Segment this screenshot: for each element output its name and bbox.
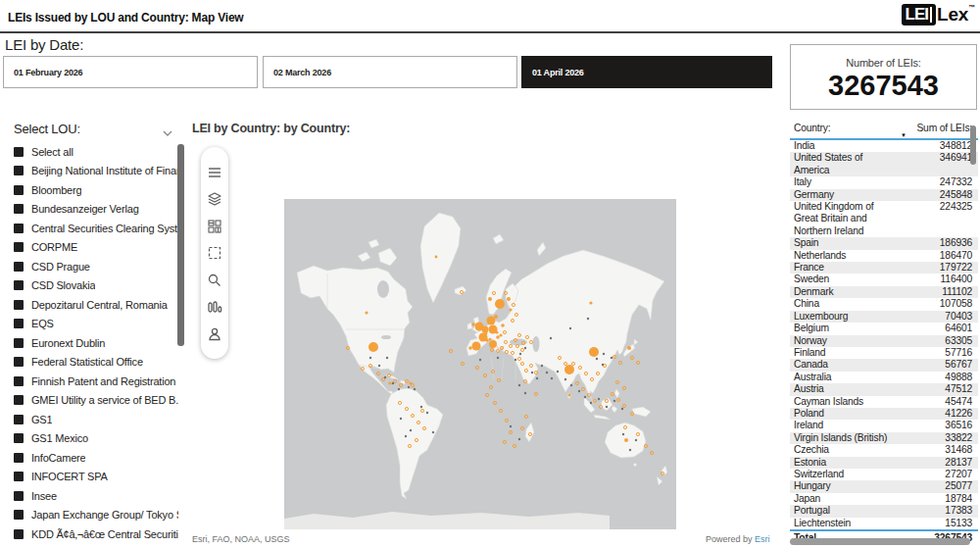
charts-icon[interactable] xyxy=(207,299,222,315)
layers-icon[interactable] xyxy=(207,191,222,207)
world-map[interactable] xyxy=(284,199,676,529)
checkbox-checked-icon[interactable] xyxy=(14,204,24,214)
checkbox-checked-icon[interactable] xyxy=(14,433,24,443)
table-row[interactable]: Netherlands186470 xyxy=(790,250,978,262)
checkbox-checked-icon[interactable] xyxy=(14,166,24,175)
basemap-gallery-icon[interactable] xyxy=(207,219,222,234)
rectangle-select-icon[interactable] xyxy=(207,245,222,261)
lei-bubble[interactable] xyxy=(495,330,498,333)
table-row[interactable]: Switzerland27207 xyxy=(790,469,978,480)
table-row[interactable]: Germany245848 xyxy=(790,189,978,201)
lei-bubble[interactable] xyxy=(365,311,368,314)
checkbox-checked-icon[interactable] xyxy=(14,280,24,290)
lou-item[interactable]: Depozitarul Central, Romania xyxy=(14,295,178,314)
checkbox-checked-icon[interactable] xyxy=(14,510,24,520)
table-row[interactable]: France179722 xyxy=(790,262,978,274)
table-row[interactable]: Virgin Islands (British)33822 xyxy=(790,432,978,444)
lei-bubble[interactable] xyxy=(487,317,496,325)
lou-item[interactable]: KDD Ã¢â‚¬â€œ Central Securities C... xyxy=(14,524,178,543)
table-row[interactable]: Portugal17383 xyxy=(790,505,978,517)
lei-bubble[interactable] xyxy=(627,346,631,350)
date-option[interactable]: 01 February 2026 xyxy=(3,56,258,88)
lou-item[interactable]: Select all xyxy=(14,142,178,161)
table-row[interactable]: Austria47512 xyxy=(790,383,978,395)
lei-bubble[interactable] xyxy=(388,381,391,384)
lou-item[interactable]: Beijing National Institute of Financi... xyxy=(14,162,178,180)
table-row[interactable]: Belgium64601 xyxy=(790,323,978,334)
column-header-country[interactable]: Country: xyxy=(790,123,900,137)
lei-bubble[interactable] xyxy=(489,338,492,341)
lei-bubble[interactable] xyxy=(496,335,500,339)
lei-bubble[interactable] xyxy=(589,301,592,304)
lei-bubble[interactable] xyxy=(499,333,502,336)
checkbox-checked-icon[interactable] xyxy=(14,415,24,424)
checkbox-checked-icon[interactable] xyxy=(14,453,24,463)
lou-item[interactable]: Finnish Patent and Registration Offi... xyxy=(14,372,178,390)
lou-item[interactable]: CSD Slovakia xyxy=(14,276,178,295)
table-row[interactable]: Luxembourg70403 xyxy=(790,311,978,323)
checkbox-checked-icon[interactable] xyxy=(14,338,24,348)
checkbox-checked-icon[interactable] xyxy=(14,491,24,501)
table-row[interactable]: Italy247332 xyxy=(790,176,978,188)
lei-bubble[interactable] xyxy=(485,338,489,342)
checkbox-checked-icon[interactable] xyxy=(14,242,24,252)
lei-bubble[interactable] xyxy=(368,342,378,352)
table-row[interactable]: Sweden116400 xyxy=(790,274,978,285)
lei-bubble[interactable] xyxy=(507,297,511,301)
lei-bubble[interactable] xyxy=(501,324,505,327)
lei-bubble[interactable] xyxy=(435,256,438,259)
checkbox-checked-icon[interactable] xyxy=(14,262,24,272)
date-option[interactable]: 02 March 2026 xyxy=(263,56,517,88)
lou-item[interactable]: Insee xyxy=(14,486,178,505)
lei-bubble[interactable] xyxy=(509,308,512,311)
table-row[interactable]: United States of America346941 xyxy=(790,152,978,176)
table-row[interactable]: India348812 xyxy=(790,140,978,152)
lou-item[interactable]: Bundesanzeiger Verlag xyxy=(14,200,178,219)
table-row[interactable]: Poland41226 xyxy=(790,408,978,420)
lou-item[interactable]: InfoCamere xyxy=(14,448,178,467)
table-row[interactable]: United Kingdom of Great Britain and Nort… xyxy=(790,201,978,237)
table-row[interactable]: Hungary25077 xyxy=(790,480,978,492)
lei-bubble[interactable] xyxy=(472,342,481,351)
table-row[interactable]: Denmark111102 xyxy=(790,286,978,298)
lei-bubble[interactable] xyxy=(494,315,498,319)
lei-bubble[interactable] xyxy=(564,365,574,374)
checkbox-checked-icon[interactable] xyxy=(14,300,24,310)
lei-bubble[interactable] xyxy=(483,330,486,333)
table-row[interactable]: Estonia28137 xyxy=(790,457,978,469)
checkbox-checked-icon[interactable] xyxy=(14,472,24,481)
chevron-down-icon[interactable] xyxy=(162,124,173,141)
lou-item[interactable]: GS1 xyxy=(14,410,178,428)
table-row[interactable]: China107058 xyxy=(790,298,978,310)
lou-item[interactable]: Central Securities Clearing System xyxy=(14,219,178,237)
lei-bubble[interactable] xyxy=(488,297,492,301)
lei-bubble[interactable] xyxy=(589,347,599,357)
user-icon[interactable] xyxy=(207,326,222,342)
checkbox-checked-icon[interactable] xyxy=(14,529,24,539)
checkbox-checked-icon[interactable] xyxy=(14,224,24,233)
lou-item[interactable]: INFOCERT SPA xyxy=(14,468,178,486)
lei-bubble[interactable] xyxy=(624,438,628,442)
table-row[interactable]: Canada56767 xyxy=(790,359,978,371)
checkbox-checked-icon[interactable] xyxy=(14,395,24,405)
lei-bubble[interactable] xyxy=(489,340,497,348)
lou-scrollbar[interactable] xyxy=(177,144,184,346)
table-row[interactable]: Norway63305 xyxy=(790,335,978,347)
lei-bubble[interactable] xyxy=(471,323,475,326)
checkbox-checked-icon[interactable] xyxy=(14,147,24,157)
lou-item[interactable]: Federal Statistical Office xyxy=(14,353,178,372)
table-vertical-scrollbar[interactable] xyxy=(970,125,976,165)
table-row[interactable]: Cayman Islands45474 xyxy=(790,396,978,408)
lou-item[interactable]: Euronext Dublin xyxy=(14,333,178,352)
lou-item[interactable]: Bloomberg xyxy=(14,180,178,199)
checkbox-checked-icon[interactable] xyxy=(14,319,24,328)
lou-item[interactable]: Japan Exchange Group/ Tokyo Stoc... xyxy=(14,506,178,524)
lou-item[interactable]: CSD Prague xyxy=(14,257,178,275)
checkbox-checked-icon[interactable] xyxy=(14,357,24,367)
column-header-sum[interactable]: Sum of LEIs:▼ xyxy=(900,123,978,137)
table-row[interactable]: Liechtenstein15133 xyxy=(790,518,978,529)
table-row[interactable]: Finland57716 xyxy=(790,347,978,359)
table-row[interactable]: Spain186936 xyxy=(790,237,978,249)
table-row[interactable]: Ireland36516 xyxy=(790,420,978,431)
table-row[interactable]: Australia49888 xyxy=(790,372,978,383)
